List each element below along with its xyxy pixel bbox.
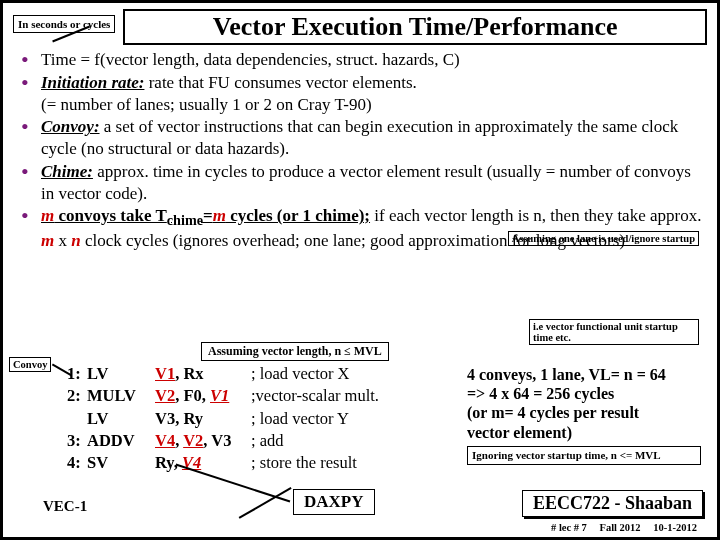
daxpy-connector-line	[239, 487, 292, 518]
aside-line: => 4 x 64 = 256 cycles	[467, 384, 701, 403]
text: rate that FU consumes vector elements.	[144, 73, 416, 92]
convoy-label: Convoy	[9, 357, 51, 372]
vreg: V2	[155, 386, 175, 405]
tag-seconds-cycles: In seconds or cycles	[13, 15, 115, 33]
vreg: V4	[155, 431, 175, 450]
bullet-initiation-rate: Initiation rate: rate that FU consumes v…	[19, 72, 707, 116]
vreg: V2	[183, 431, 203, 450]
comment: ; add	[251, 430, 429, 452]
code-row-2: 2: MULV V2, F0, V1 ;vector-scalar mult.	[67, 385, 429, 407]
text: cycles (or 1 chime);	[226, 206, 370, 225]
code-row-3: LV V3, Ry ; load vector Y	[67, 408, 429, 430]
text: (= number of lanes; usually 1 or 2 on Cr…	[41, 95, 372, 114]
text: ,	[175, 431, 183, 450]
text: x	[54, 231, 71, 250]
opcode: ADDV	[87, 430, 155, 452]
comment: ;vector-scalar mult.	[251, 385, 429, 407]
foot-term: Fall 2012	[600, 522, 641, 533]
var-m: m	[213, 206, 226, 225]
page-title: Vector Execution Time/Performance	[123, 9, 707, 45]
row-num: 1:	[67, 363, 87, 385]
slide-ref: VEC-1	[43, 498, 87, 515]
opcode: SV	[87, 452, 155, 474]
args: V4, V2, V3	[155, 430, 251, 452]
text: =	[203, 206, 213, 225]
bullet-list: Time = f(vector length, data dependencie…	[19, 49, 707, 252]
note-vector-length: Assuming vector length, n ≤ MVL	[201, 342, 389, 361]
term-chime: Chime:	[41, 162, 93, 181]
var-n: n	[71, 231, 80, 250]
text: Ry,	[155, 453, 182, 472]
args: Ry, V4	[155, 452, 251, 474]
args: V2, F0, V1	[155, 385, 251, 407]
aside-ignore-startup: Ignoring vector startup time, n <= MVL	[467, 446, 701, 465]
foot-date: 10-1-2012	[653, 522, 697, 533]
code-row-5: 4: SV Ry, V4 ; store the result	[67, 452, 429, 474]
aside-line: (or m= 4 cycles per result	[467, 403, 701, 422]
header: In seconds or cycles Vector Execution Ti…	[13, 9, 707, 45]
footer: # lec # 7 Fall 2012 10-1-2012	[541, 522, 697, 533]
term-initiation-rate: Initiation rate:	[41, 73, 144, 92]
aside-line: 4 conveys, 1 lane, VL= n = 64	[467, 365, 701, 384]
args: V1, Rx	[155, 363, 251, 385]
note-one-lane: Assuming one lane is used/ignore startup	[508, 231, 699, 246]
text: , F0,	[175, 386, 210, 405]
row-num	[67, 408, 87, 430]
bullet-time-fn: Time = f(vector length, data dependencie…	[19, 49, 707, 71]
text: , Rx	[175, 364, 203, 383]
vreg: V1	[210, 386, 229, 405]
daxpy-label: DAXPY	[293, 489, 375, 515]
bullet-chime: Chime: approx. time in cycles to produce…	[19, 161, 707, 205]
args: V3, Ry	[155, 408, 251, 430]
aside-calc: 4 conveys, 1 lane, VL= n = 64 => 4 x 64 …	[467, 365, 701, 465]
code-block: 1: LV V1, Rx ; load vector X 2: MULV V2,…	[67, 363, 429, 474]
slide: In seconds or cycles Vector Execution Ti…	[0, 0, 720, 540]
text: convoys take T	[54, 206, 167, 225]
opcode: MULV	[87, 385, 155, 407]
row-num: 2:	[67, 385, 87, 407]
course-box: EECC722 - Shaaban	[522, 490, 703, 517]
row-num: 4:	[67, 452, 87, 474]
row-num: 3:	[67, 430, 87, 452]
comment: ; load vector X	[251, 363, 429, 385]
opcode: LV	[87, 408, 155, 430]
foot-lec: # lec # 7	[551, 522, 587, 533]
sub-chime: chime	[167, 213, 203, 229]
bullet-convoy: Convoy: a set of vector instructions tha…	[19, 116, 707, 160]
code-row-4: 3: ADDV V4, V2, V3 ; add	[67, 430, 429, 452]
comment: ; load vector Y	[251, 408, 429, 430]
var-m: m	[41, 231, 54, 250]
term-convoy: Convoy:	[41, 117, 100, 136]
text: approx. time in cycles to produce a vect…	[41, 162, 691, 203]
aside-line: vector element)	[467, 423, 701, 442]
note-startup-time: i.e vector functional unit startup time …	[529, 319, 699, 345]
var-m: m	[41, 206, 54, 225]
code-row-1: 1: LV V1, Rx ; load vector X	[67, 363, 429, 385]
vreg: V1	[155, 364, 175, 383]
opcode: LV	[87, 363, 155, 385]
text: a set of vector instructions that can be…	[41, 117, 678, 158]
text: if each vector length is n, then they ta…	[370, 206, 701, 225]
comment: ; store the result	[251, 452, 429, 474]
text: , V3	[203, 431, 231, 450]
